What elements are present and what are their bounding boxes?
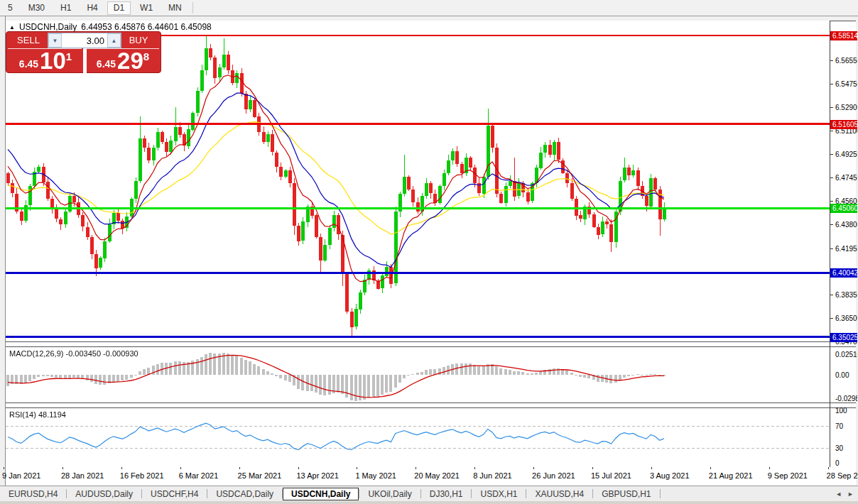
date-axis-label: 13 Apr 2021	[297, 471, 339, 480]
timeframe-button-mn[interactable]: MN	[162, 1, 188, 15]
date-axis-label: 28 Jan 2021	[61, 471, 104, 480]
date-axis-tick	[533, 467, 534, 469]
price-axis-label: 6.49250	[835, 150, 857, 158]
date-axis-tick	[4, 467, 4, 469]
price-level-badge: 6.58514	[830, 31, 857, 40]
volume-input[interactable]	[62, 33, 107, 48]
price-axis-label: 6.47450	[835, 174, 857, 182]
price-axis-label: 6.43800	[835, 221, 857, 229]
window-frame-left	[0, 16, 6, 486]
timeframe-button-h4[interactable]: H4	[80, 1, 104, 15]
sell-button[interactable]: SELL	[8, 33, 49, 47]
volume-decrease-button[interactable]: ▼	[48, 33, 62, 48]
tab-scroll-left-icon[interactable]: ◄	[835, 491, 842, 498]
date-axis-tick	[474, 467, 475, 469]
price-axis-tick	[830, 201, 833, 202]
date-axis-label: 20 May 2021	[414, 471, 460, 480]
rsi-panel-splitter[interactable]	[6, 402, 856, 408]
date-axis-label: 21 Aug 2021	[709, 471, 753, 480]
timeframe-button-d1[interactable]: D1	[107, 1, 131, 15]
macd-panel-splitter[interactable]	[6, 341, 856, 347]
date-axis-label: 25 Mar 2021	[238, 471, 282, 480]
macd-indicator-label: MACD(12,26,9) -0.003450 -0.000930	[9, 349, 139, 358]
price-axis-label: 6.56550	[835, 57, 857, 65]
price-axis-tick	[830, 60, 833, 61]
date-axis-tick	[357, 467, 357, 469]
buy-price: 6.45 29 8	[88, 50, 158, 72]
date-axis-label: 8 Jun 2021	[473, 471, 511, 480]
rsi-indicator-canvas[interactable]	[6, 408, 830, 467]
price-axis-label: 6.41950	[835, 245, 857, 253]
date-axis-tick	[769, 467, 770, 469]
date-axis-label: 6 Mar 2021	[179, 471, 219, 480]
chart-symbol-label: USDCNH,Daily	[19, 22, 77, 32]
tab-scroll-right-icon[interactable]: ►	[847, 491, 854, 498]
timeframe-button-5[interactable]: 5	[1, 1, 19, 15]
date-axis-label: 9 Sep 2021	[768, 471, 808, 480]
window-bottom-edge	[0, 501, 858, 504]
timeframe-toolbar: 5M30H1H4D1W1MN	[0, 0, 858, 16]
price-axis-tick	[830, 131, 833, 131]
one-click-trading-panel: SELL ▼ ▲ BUY 6.45 10 1 6.45 29 8	[6, 31, 161, 73]
tab-audusd[interactable]: AUDUSD,Daily	[67, 488, 141, 500]
terminal-window: 5M30H1H4D1W1MN ▲ USDCNH,Daily 6.44953 6.…	[0, 0, 858, 504]
date-axis-tick	[828, 467, 829, 469]
sell-price-big: 10	[40, 50, 66, 72]
date-axis-tick	[121, 467, 122, 469]
date-axis[interactable]: 9 Jan 202128 Jan 202116 Feb 20216 Mar 20…	[6, 467, 856, 486]
price-level-badge: 6.40042	[830, 268, 857, 278]
date-axis-tick	[298, 467, 299, 469]
price-axis-tick	[830, 295, 833, 295]
spin-down-icon: ▼	[53, 38, 58, 44]
date-axis-tick	[416, 467, 416, 469]
price-axis-tick	[830, 224, 833, 225]
tab-usdchf[interactable]: USDCHF,H4	[142, 488, 207, 500]
date-axis-label: 3 Aug 2021	[650, 471, 690, 480]
rsi-axis-label: 0	[835, 459, 840, 467]
price-axis[interactable]: 6.565506.547506.529006.511006.492506.474…	[830, 21, 857, 467]
price-axis-tick	[830, 154, 833, 155]
timeframe-button-m30[interactable]: M30	[22, 1, 51, 15]
price-level-badge: 6.35025	[830, 333, 857, 342]
spin-up-icon: ▲	[112, 38, 117, 44]
date-axis-label: 26 Jun 2021	[532, 471, 575, 480]
date-axis-label: 1 May 2021	[355, 471, 396, 480]
sell-price-prefix: 6.45	[19, 58, 38, 70]
tab-dj30[interactable]: DJ30,H1	[421, 488, 472, 500]
price-axis-label: 6.38350	[835, 291, 857, 299]
buy-price-box[interactable]: 6.45 29 8	[85, 48, 159, 73]
price-axis-tick	[830, 177, 833, 178]
price-axis-tick	[830, 107, 833, 108]
chart-tab-bar: EURUSD,H4AUDUSD,DailyUSDCHF,H4USDCAD,Dai…	[0, 486, 858, 501]
tab-eurusd[interactable]: EURUSD,H4	[0, 488, 66, 500]
chart-title: ▲ USDCNH,Daily 6.44953 6.45876 6.44601 6…	[9, 22, 212, 32]
date-axis-tick	[651, 467, 652, 469]
tab-usdcnh[interactable]: USDCNH,Daily	[283, 488, 359, 500]
price-axis-tick	[830, 318, 833, 319]
tab-xauusd[interactable]: XAUUSD,H4	[526, 488, 592, 500]
date-axis-tick	[63, 467, 63, 469]
sell-price-superscript: 1	[66, 50, 72, 62]
price-axis-label: 6.54750	[835, 80, 857, 88]
buy-price-prefix: 6.45	[97, 58, 116, 70]
macd-axis-label: 0.00	[835, 371, 849, 379]
buy-price-big: 29	[117, 50, 143, 72]
buy-price-superscript: 8	[143, 50, 149, 62]
tab-separator	[660, 489, 661, 498]
price-axis-label: 6.52900	[835, 104, 857, 111]
tab-ukoil[interactable]: UKOil,Daily	[359, 488, 420, 500]
date-axis-label: 15 Jul 2021	[591, 471, 631, 480]
chart-title-arrow-icon: ▲	[9, 24, 15, 31]
chart-ohlc-values: 6.44953 6.45876 6.44601 6.45098	[81, 22, 212, 32]
price-level-badge: 6.51605	[830, 120, 857, 129]
date-axis-tick	[710, 467, 711, 469]
tab-usdx[interactable]: USDX,H1	[472, 488, 526, 500]
tab-gbpusd[interactable]: GBPUSD,H1	[593, 488, 659, 500]
timeframe-button-h1[interactable]: H1	[54, 1, 77, 15]
tab-usdcad[interactable]: USDCAD,Daily	[207, 488, 282, 500]
buy-button[interactable]: BUY	[118, 33, 159, 47]
timeframe-button-w1[interactable]: W1	[134, 1, 159, 15]
price-level-badge: 6.45060	[830, 204, 857, 213]
trade-panel-top-row: SELL ▼ ▲ BUY	[6, 32, 161, 48]
sell-price-box[interactable]: 6.45 10 1	[8, 48, 82, 73]
